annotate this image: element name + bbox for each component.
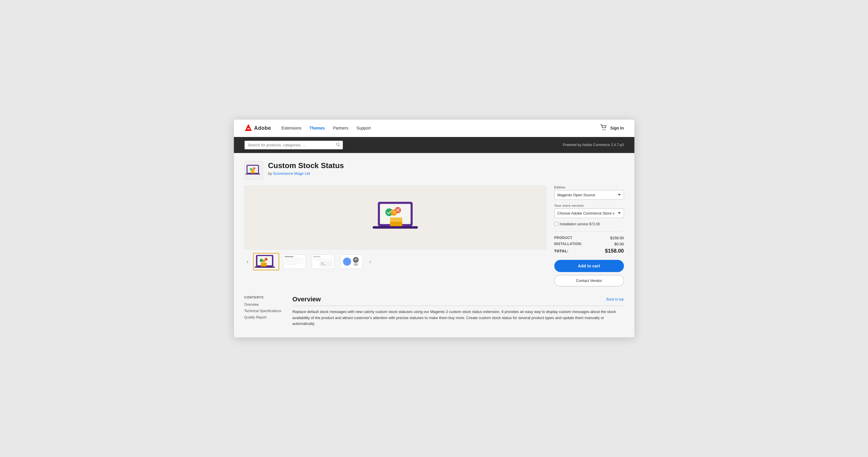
thumbnail-row [253,253,365,270]
edition-label: Edition [554,185,624,189]
svg-rect-17 [373,226,418,228]
svg-point-32 [262,260,265,263]
search-icon [336,143,340,148]
contents-heading: CONTENTS [244,296,282,299]
installation-service-row: Installation service $72.00 [554,222,624,226]
nav-themes[interactable]: Themes [309,126,325,130]
thumbnail-4[interactable] [338,253,365,270]
thumbnail-1[interactable] [253,253,279,270]
gallery-thumbnails: ‹ [244,253,546,270]
svg-rect-44 [313,260,333,261]
svg-rect-38 [285,261,299,262]
svg-point-14 [252,169,254,171]
installation-price-row: Installation: $0.00 [554,242,624,246]
sign-in-button[interactable]: Sign In [610,126,624,130]
contents-link-quality-report[interactable]: Quality Report [244,315,282,319]
total-price-row: TOTAL: $158.00 [554,248,624,254]
product-header: Custom Stock Status by Scommerce Mage Lt… [244,161,624,180]
product-sidebar: Edition Magento Open Source Adobe Commer… [554,185,624,286]
product-main: ‹ [244,185,546,286]
nav-links: Extensions Themes Partners Support [281,126,600,130]
nav-right: Sign In [600,124,624,132]
svg-rect-47 [321,264,325,265]
svg-rect-45 [320,262,332,266]
gallery-prev-button[interactable]: ‹ [244,257,251,266]
svg-line-6 [339,145,340,146]
cart-icon[interactable] [600,124,607,132]
overview-header: Overview Back to top [292,296,624,306]
gallery-main-image [244,185,546,249]
product-price-value: $158.00 [610,236,624,240]
product-vendor: by Scommerce Mage Ltd [268,171,344,176]
gallery-next-button[interactable]: › [367,257,373,266]
total-price-value: $158.00 [605,248,624,254]
overview-section: Overview Back to top Replace default sto… [292,296,624,327]
svg-point-51 [353,263,358,266]
svg-marker-1 [248,124,252,131]
edition-select[interactable]: Magento Open Source Adobe Commerce [554,190,624,200]
adobe-icon [244,123,252,133]
contents-link-overview[interactable]: Overview [244,303,282,307]
installation-checkbox[interactable] [554,222,558,226]
thumbnail-2[interactable] [281,253,308,270]
store-version-label: Your store version [554,204,624,207]
content-section: CONTENTS Overview Technical Specificatio… [244,296,624,327]
nav-extensions[interactable]: Extensions [281,126,301,130]
top-nav: Adobe Extensions Themes Partners Support… [234,120,634,137]
browser-window: Adobe Extensions Themes Partners Support… [234,120,634,337]
svg-rect-39 [285,263,304,263]
product-thumbnail [244,161,263,180]
overview-text: Replace default stock messages with new … [292,309,624,327]
svg-rect-46 [321,263,324,263]
svg-rect-9 [246,174,260,175]
adobe-logo[interactable]: Adobe [244,123,271,133]
back-to-top-link[interactable]: Back to top [606,297,624,301]
overview-title: Overview [292,296,321,303]
search-input[interactable] [244,141,343,150]
svg-rect-37 [285,260,304,261]
contents-link-tech-specs[interactable]: Technical Specifications [244,309,282,313]
installation-service-label: Installation service $72.00 [560,222,600,226]
svg-point-31 [265,258,268,261]
nav-partners[interactable]: Partners [333,126,348,130]
search-bar: Powered by Adobe Commerce 2.4.7-p3 [234,137,634,153]
total-price-label: TOTAL: [554,249,568,253]
product-price-label: PRODUCT [554,236,572,240]
svg-rect-19 [390,217,402,222]
svg-rect-29 [261,263,267,267]
product-price-row: PRODUCT $158.00 [554,236,624,240]
contents-sidebar: CONTENTS Overview Technical Specificatio… [244,296,282,327]
contact-vendor-button[interactable]: Contact Vendor [554,275,624,286]
svg-rect-42 [313,256,320,257]
svg-point-4 [604,129,606,130]
product-title-block: Custom Stock Status by Scommerce Mage Lt… [268,161,344,176]
svg-rect-43 [313,258,333,259]
svg-rect-35 [285,256,293,257]
nav-support[interactable]: Support [356,126,371,130]
main-content: Custom Stock Status by Scommerce Mage Lt… [234,153,634,337]
svg-point-49 [343,257,351,266]
product-body: ‹ [244,185,624,286]
svg-point-3 [602,129,603,130]
install-price-value: $0.00 [614,242,624,246]
install-price-label: Installation: [554,242,583,246]
store-version-select[interactable]: Choose Adobe Commerce Store version [554,209,624,218]
adobe-wordmark: Adobe [254,125,271,131]
search-input-wrap [244,141,343,150]
svg-rect-33 [254,267,275,268]
product-title: Custom Stock Status [268,161,344,170]
add-to-cart-button[interactable]: Add to cart [554,260,624,272]
vendor-link[interactable]: Scommerce Mage Ltd [273,171,310,176]
svg-rect-2 [247,128,250,129]
svg-rect-40 [285,264,296,265]
powered-by-text: Powered by Adobe Commerce 2.4.7-p3 [563,143,624,147]
thumbnail-3[interactable] [310,253,336,270]
svg-rect-36 [285,258,304,259]
